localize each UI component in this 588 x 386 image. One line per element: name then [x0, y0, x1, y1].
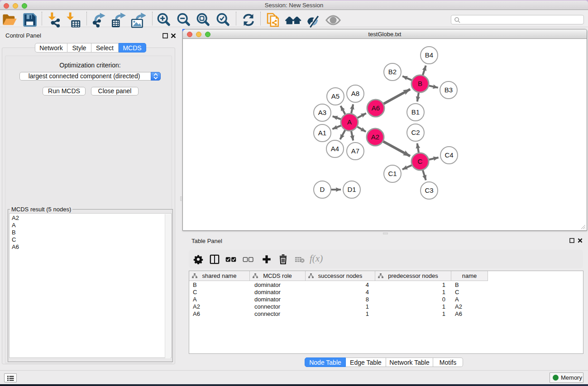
svg-text:A3: A3	[318, 109, 326, 116]
svg-text:C4: C4	[445, 151, 453, 159]
svg-text:A8: A8	[351, 90, 359, 97]
svg-text:D: D	[320, 186, 325, 193]
svg-text:B: B	[418, 80, 422, 87]
svg-text:C3: C3	[425, 186, 433, 194]
svg-text:C1: C1	[388, 170, 397, 177]
svg-text:A1: A1	[318, 129, 326, 137]
svg-text:B2: B2	[388, 68, 397, 76]
svg-text:A5: A5	[331, 92, 339, 100]
svg-text:A2: A2	[371, 133, 379, 141]
svg-text:D1: D1	[347, 186, 356, 193]
svg-text:B3: B3	[445, 86, 453, 94]
svg-text:C2: C2	[411, 129, 420, 136]
svg-text:A6: A6	[372, 104, 380, 112]
svg-text:B4: B4	[425, 51, 433, 59]
svg-text:C: C	[418, 157, 423, 165]
svg-text:A4: A4	[331, 145, 339, 152]
svg-text:A7: A7	[351, 147, 359, 155]
svg-text:A: A	[347, 118, 352, 126]
svg-text:B1: B1	[411, 108, 420, 116]
